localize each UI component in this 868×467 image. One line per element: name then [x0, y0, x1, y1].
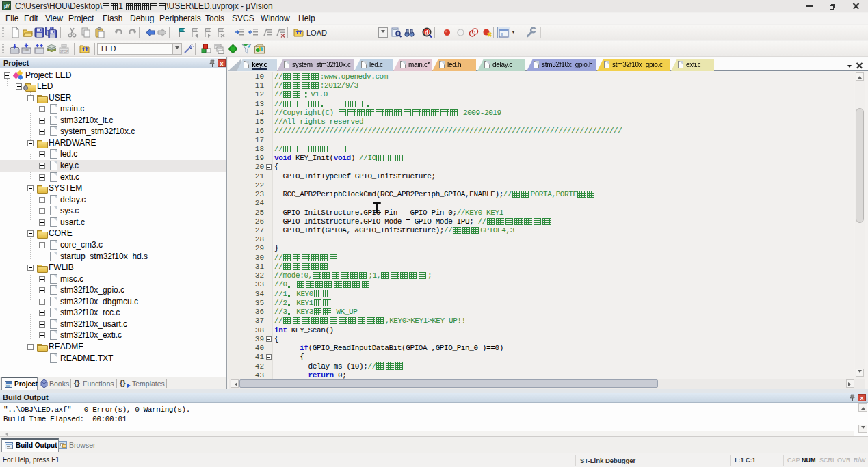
- svg-text:d: d: [425, 29, 428, 36]
- svg-text:STOP: STOP: [60, 49, 69, 53]
